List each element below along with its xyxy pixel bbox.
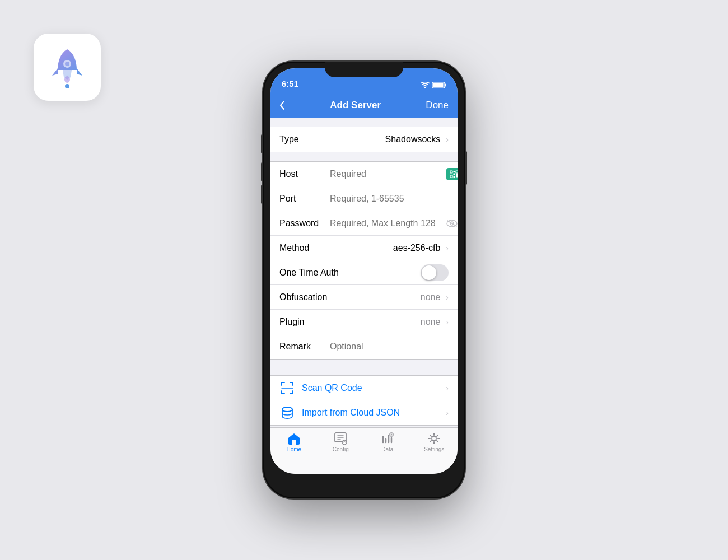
tab-data[interactable]: Data <box>364 432 411 452</box>
plugin-row[interactable]: Plugin none › <box>270 310 458 334</box>
tab-home[interactable]: Home <box>270 432 318 452</box>
method-value: aes-256-cfb <box>330 243 444 253</box>
scan-qr-icon <box>279 380 295 396</box>
host-input[interactable] <box>330 169 442 179</box>
password-label: Password <box>279 218 330 228</box>
back-button[interactable] <box>279 100 285 110</box>
scan-qr-row[interactable]: Scan QR Code › <box>270 376 458 400</box>
type-row[interactable]: Type Shadowsocks › <box>270 127 458 152</box>
svg-point-20 <box>342 440 347 445</box>
plugin-value: none <box>330 317 444 327</box>
type-value: Shadowsocks <box>330 134 444 144</box>
scan-qr-chevron: › <box>446 384 449 393</box>
port-row[interactable]: Port <box>270 186 458 211</box>
port-input[interactable] <box>330 194 449 204</box>
obfuscation-chevron: › <box>446 293 449 302</box>
nav-title: Add Server <box>330 100 381 111</box>
host-row[interactable]: Host <box>270 162 458 186</box>
svg-rect-5 <box>445 84 446 87</box>
tab-data-label: Data <box>381 446 393 452</box>
method-chevron: › <box>446 244 449 253</box>
import-cloud-row[interactable]: Import from Cloud JSON › <box>270 400 458 425</box>
port-label: Port <box>279 194 330 204</box>
data-icon <box>381 432 394 445</box>
svg-point-1 <box>65 62 69 66</box>
method-row[interactable]: Method aes-256-cfb › <box>270 236 458 260</box>
actions-section: Scan QR Code › Import from Cloud JSON <box>270 375 458 426</box>
obfuscation-row[interactable]: Obfuscation none › <box>270 285 458 310</box>
tab-home-label: Home <box>286 446 301 452</box>
svg-rect-10 <box>454 171 455 172</box>
type-section: Type Shadowsocks › <box>270 127 458 152</box>
password-visibility-icon[interactable] <box>446 220 458 227</box>
wifi-icon <box>421 82 430 88</box>
svg-rect-12 <box>454 176 455 178</box>
home-icon <box>287 432 301 445</box>
password-row[interactable]: Password <box>270 211 458 236</box>
svg-rect-13 <box>456 173 458 177</box>
svg-rect-7 <box>450 171 452 173</box>
password-input[interactable] <box>330 218 442 228</box>
ota-toggle[interactable] <box>421 264 449 281</box>
ota-label: One Time Auth <box>279 268 352 278</box>
remark-input[interactable] <box>330 342 449 352</box>
done-button[interactable]: Done <box>426 100 449 111</box>
svg-point-28 <box>432 436 436 441</box>
import-cloud-icon <box>279 405 295 421</box>
method-label: Method <box>279 243 330 253</box>
tab-settings-label: Settings <box>424 446 444 452</box>
battery-icon <box>432 82 446 88</box>
remark-label: Remark <box>279 342 330 352</box>
remark-row[interactable]: Remark <box>270 334 458 359</box>
status-icons <box>421 82 446 90</box>
tab-config-label: Config <box>333 446 349 452</box>
obfuscation-label: Obfuscation <box>279 292 330 302</box>
svg-rect-9 <box>450 175 452 178</box>
import-cloud-chevron: › <box>446 408 449 417</box>
plugin-chevron: › <box>446 318 449 326</box>
host-scan-icon[interactable] <box>446 168 458 180</box>
svg-point-18 <box>282 407 292 412</box>
tab-bar: Home Config <box>270 427 458 474</box>
nav-bar: Add Server Done <box>270 93 458 118</box>
tab-settings[interactable]: Settings <box>411 432 458 452</box>
svg-point-2 <box>64 76 70 83</box>
svg-rect-11 <box>454 173 455 175</box>
plugin-label: Plugin <box>279 317 330 327</box>
server-section: Host <box>270 161 458 360</box>
phone-frame: 6:51 <box>263 62 465 498</box>
app-icon <box>34 34 101 101</box>
svg-rect-6 <box>433 83 444 87</box>
scan-qr-label: Scan QR Code <box>302 383 446 393</box>
config-icon <box>334 432 347 445</box>
status-time: 6:51 <box>282 79 298 90</box>
import-cloud-label: Import from Cloud JSON <box>302 408 446 418</box>
host-label: Host <box>279 169 330 179</box>
content-area: Type Shadowsocks › Host <box>270 118 458 427</box>
notch <box>325 62 403 77</box>
obfuscation-value: none <box>330 292 444 302</box>
phone-screen: 6:51 <box>270 68 458 474</box>
type-chevron: › <box>446 135 449 144</box>
type-label: Type <box>279 134 330 144</box>
tab-config[interactable]: Config <box>318 432 365 452</box>
settings-icon <box>427 432 441 445</box>
svg-rect-8 <box>456 171 458 173</box>
one-time-auth-row[interactable]: One Time Auth <box>270 260 458 285</box>
